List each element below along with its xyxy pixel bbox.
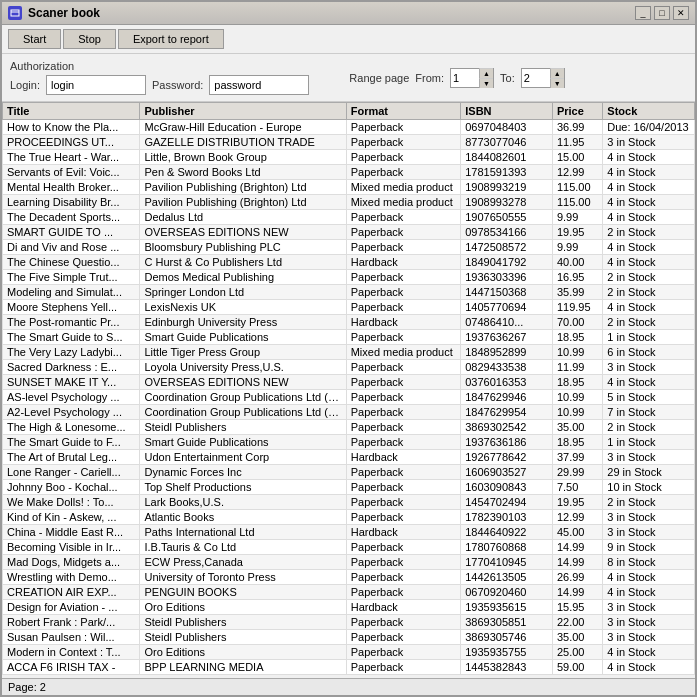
- table-row[interactable]: Kind of Kin - Askew, ...Atlantic BooksPa…: [3, 510, 695, 525]
- table-row[interactable]: Sacred Darkness : E...Loyola University …: [3, 360, 695, 375]
- table-row[interactable]: Servants of Evil: Voic...Pen & Sword Boo…: [3, 165, 695, 180]
- table-row[interactable]: Lone Ranger - Cariell...Dynamic Forces I…: [3, 465, 695, 480]
- table-row[interactable]: The Smart Guide to F...Smart Guide Publi…: [3, 435, 695, 450]
- table-row[interactable]: Modeling and Simulat...Springer London L…: [3, 285, 695, 300]
- restore-button[interactable]: □: [654, 6, 670, 20]
- table-row[interactable]: The High & Lonesome...Steidl PublishersP…: [3, 420, 695, 435]
- table-cell: How to Know the Pla...: [3, 120, 140, 135]
- table-row[interactable]: Learning Disability Br...Pavilion Publis…: [3, 195, 695, 210]
- table-row[interactable]: A2-Level Psychology ...Coordination Grou…: [3, 405, 695, 420]
- table-cell: Dedalus Ltd: [140, 210, 346, 225]
- table-cell: Hardback: [346, 600, 461, 615]
- table-row[interactable]: Wrestling with Demo...University of Toro…: [3, 570, 695, 585]
- table-cell: The Very Lazy Ladybi...: [3, 345, 140, 360]
- table-row[interactable]: China - Middle East R...Paths Internatio…: [3, 525, 695, 540]
- table-cell: 10.99: [552, 390, 602, 405]
- table-row[interactable]: Moore Stephens Yell...LexisNexis UKPaper…: [3, 300, 695, 315]
- to-input[interactable]: [522, 71, 550, 85]
- table-cell: 11.95: [552, 135, 602, 150]
- table-cell: Steidl Publishers: [140, 615, 346, 630]
- table-cell: 6 in Stock: [603, 345, 695, 360]
- table-row[interactable]: The Smart Guide to S...Smart Guide Publi…: [3, 330, 695, 345]
- table-row[interactable]: Becoming Visible in Ir...I.B.Tauris & Co…: [3, 540, 695, 555]
- login-input[interactable]: [46, 75, 146, 95]
- table-cell: Mixed media product: [346, 180, 461, 195]
- to-up-arrow[interactable]: ▲: [550, 68, 564, 78]
- table-cell: OVERSEAS EDITIONS NEW: [140, 375, 346, 390]
- table-cell: Paperback: [346, 540, 461, 555]
- minimize-button[interactable]: _: [635, 6, 651, 20]
- table-row[interactable]: The Chinese Questio...C Hurst & Co Publi…: [3, 255, 695, 270]
- to-spinner[interactable]: ▲ ▼: [521, 68, 565, 88]
- table-row[interactable]: AS-level Psychology ...Coordination Grou…: [3, 390, 695, 405]
- from-down-arrow[interactable]: ▼: [479, 78, 493, 88]
- table-row[interactable]: The True Heart - War...Little, Brown Boo…: [3, 150, 695, 165]
- table-row[interactable]: The Five Simple Trut...Demos Medical Pub…: [3, 270, 695, 285]
- table-cell: 4 in Stock: [603, 240, 695, 255]
- table-cell: 3 in Stock: [603, 135, 695, 150]
- table-row[interactable]: SMART GUIDE TO ...OVERSEAS EDITIONS NEWP…: [3, 225, 695, 240]
- table-row[interactable]: ACCA F6 IRISH TAX -BPP LEARNING MEDIAPap…: [3, 660, 695, 675]
- table-row[interactable]: The Art of Brutal Leg...Udon Entertainme…: [3, 450, 695, 465]
- table-row[interactable]: CREATION AIR EXP...PENGUIN BOOKSPaperbac…: [3, 585, 695, 600]
- table-row[interactable]: The Post-romantic Pr...Edinburgh Univers…: [3, 315, 695, 330]
- table-row[interactable]: Design for Aviation - ...Oro EditionsHar…: [3, 600, 695, 615]
- svg-rect-0: [11, 10, 19, 16]
- table-cell: 3869305851: [461, 615, 553, 630]
- table-cell: The High & Lonesome...: [3, 420, 140, 435]
- table-cell: 35.99: [552, 285, 602, 300]
- from-spinner[interactable]: ▲ ▼: [450, 68, 494, 88]
- password-input[interactable]: [209, 75, 309, 95]
- table-cell: The Post-romantic Pr...: [3, 315, 140, 330]
- stop-button[interactable]: Stop: [63, 29, 116, 49]
- table-cell: Atlantic Books: [140, 510, 346, 525]
- table-cell: Paperback: [346, 240, 461, 255]
- table-row[interactable]: Modern in Context : T...Oro EditionsPape…: [3, 645, 695, 660]
- close-button[interactable]: ✕: [673, 6, 689, 20]
- table-row[interactable]: Robert Frank : Park/...Steidl Publishers…: [3, 615, 695, 630]
- table-cell: 4 in Stock: [603, 165, 695, 180]
- table-cell: GAZELLE DISTRIBUTION TRADE: [140, 135, 346, 150]
- table-row[interactable]: SUNSET MAKE IT Y...OVERSEAS EDITIONS NEW…: [3, 375, 695, 390]
- to-down-arrow[interactable]: ▼: [550, 78, 564, 88]
- table-cell: Robert Frank : Park/...: [3, 615, 140, 630]
- table-row[interactable]: Mad Dogs, Midgets a...ECW Press,CanadaPa…: [3, 555, 695, 570]
- table-cell: Paperback: [346, 495, 461, 510]
- table-cell: 1 in Stock: [603, 330, 695, 345]
- table-row[interactable]: How to Know the Pla...McGraw-Hill Educat…: [3, 120, 695, 135]
- table-cell: We Make Dolls! : To...: [3, 495, 140, 510]
- table-cell: 8 in Stock: [603, 555, 695, 570]
- table-cell: 18.95: [552, 330, 602, 345]
- table-row[interactable]: The Very Lazy Ladybi...Little Tiger Pres…: [3, 345, 695, 360]
- table-cell: The True Heart - War...: [3, 150, 140, 165]
- table-cell: 45.00: [552, 525, 602, 540]
- table-row[interactable]: We Make Dolls! : To...Lark Books,U.S.Pap…: [3, 495, 695, 510]
- from-input[interactable]: [451, 71, 479, 85]
- table-cell: Wrestling with Demo...: [3, 570, 140, 585]
- table-cell: 1926778642: [461, 450, 553, 465]
- table-cell: Paperback: [346, 435, 461, 450]
- table-row[interactable]: Susan Paulsen : Wil...Steidl PublishersP…: [3, 630, 695, 645]
- table-cell: 15.00: [552, 150, 602, 165]
- table-cell: 9 in Stock: [603, 540, 695, 555]
- window-title: Scaner book: [28, 6, 100, 20]
- table-cell: 1770410945: [461, 555, 553, 570]
- table-cell: SMART GUIDE TO ...: [3, 225, 140, 240]
- table-row[interactable]: Mental Health Broker...Pavilion Publishi…: [3, 180, 695, 195]
- table-wrapper[interactable]: Title Publisher Format ISBN Price Stock …: [2, 102, 695, 678]
- table-row[interactable]: The Decadent Sports...Dedalus LtdPaperba…: [3, 210, 695, 225]
- table-cell: 1447150368: [461, 285, 553, 300]
- table-cell: A2-Level Psychology ...: [3, 405, 140, 420]
- table-cell: Smart Guide Publications: [140, 330, 346, 345]
- auth-group: Authorization Login: Password:: [10, 60, 309, 95]
- table-cell: 22.00: [552, 615, 602, 630]
- table-row[interactable]: Di and Viv and Rose ...Bloomsbury Publis…: [3, 240, 695, 255]
- from-up-arrow[interactable]: ▲: [479, 68, 493, 78]
- table-cell: 1603090843: [461, 480, 553, 495]
- table-cell: 29 in Stock: [603, 465, 695, 480]
- table-row[interactable]: Johnny Boo - Kochal...Top Shelf Producti…: [3, 480, 695, 495]
- export-button[interactable]: Export to report: [118, 29, 224, 49]
- start-button[interactable]: Start: [8, 29, 61, 49]
- table-cell: Smart Guide Publications: [140, 435, 346, 450]
- table-row[interactable]: PROCEEDINGS UT...GAZELLE DISTRIBUTION TR…: [3, 135, 695, 150]
